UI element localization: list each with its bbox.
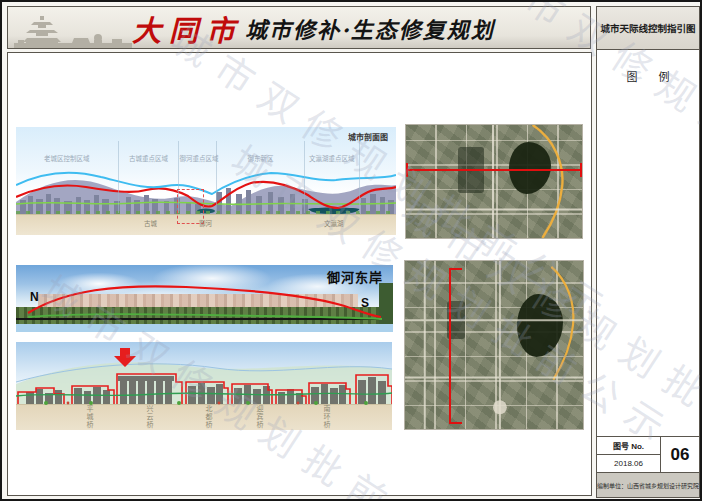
sheet-no-label: 图号 No. xyxy=(597,437,660,455)
satellite-map-top xyxy=(405,124,583,239)
road-overlay xyxy=(405,261,583,429)
section-panel-title: 城市剖面图 xyxy=(348,131,388,142)
skyline-red-curve xyxy=(28,286,381,317)
ring-road xyxy=(551,267,573,380)
bridge-label-yingbin: 迎宾桥 xyxy=(254,405,264,429)
plan-sheet: 大同市 城市修补·生态修复规划 城市剖面图 老城区控制区域 古城重点区域 御河重… xyxy=(0,0,702,501)
north-label: N xyxy=(30,290,39,304)
photo-panel-title: 御河东岸 xyxy=(327,267,383,286)
landmark-wenying-lake: 文瀛湖 xyxy=(324,218,344,228)
city-section-panel: 城市剖面图 老城区控制区域 古城重点区域 御河重点区域 御东新区 文瀛湖重点区域 xyxy=(16,127,396,235)
sheet-title: 大同市 城市修补·生态修复规划 xyxy=(132,7,495,48)
bridge-label-pingcheng: 平城桥 xyxy=(84,405,94,429)
road-overlay xyxy=(406,125,582,238)
sheet-header: 大同市 城市修补·生态修复规划 xyxy=(7,6,591,49)
sheet-number: 06 xyxy=(661,437,699,472)
sheet-date: 2018.06 xyxy=(597,455,660,472)
bridge-label-xingyun: 兴云桥 xyxy=(144,405,154,429)
landmark-yuhe: 御河 xyxy=(199,218,212,228)
credit-line: 编制单位：山西省城乡规划设计研究院 xyxy=(597,472,699,497)
zone-east-edge xyxy=(360,141,396,213)
bridge-label-beidu: 北都桥 xyxy=(203,405,213,429)
legend-area: 图 例 xyxy=(597,50,699,436)
title-block-sidebar: 城市天际线控制指引图 图 例 图号 No. 2018.06 06 编制单位：山西… xyxy=(596,6,700,498)
zone-wenying-lake: 文瀛湖重点区域 xyxy=(305,141,360,213)
satellite-map-bottom xyxy=(404,260,584,430)
zone-old-city-control: 老城区控制区域 xyxy=(16,141,119,213)
sheet-name: 城市天际线控制指引图 xyxy=(597,7,699,50)
ancient-temple-silhouette-icon xyxy=(14,10,132,48)
sheet-number-table: 图号 No. 2018.06 06 xyxy=(597,436,699,472)
landmark-ancient-city: 古城 xyxy=(144,218,157,228)
south-label: S xyxy=(361,296,369,310)
control-zone-row: 老城区控制区域 古城重点区域 御河重点区域 御东新区 文瀛湖重点区域 xyxy=(16,141,396,213)
drawing-area: 城市剖面图 老城区控制区域 古城重点区域 御河重点区域 御东新区 文瀛湖重点区域 xyxy=(7,52,592,496)
zone-yudong-new-district: 御东新区 xyxy=(217,141,304,213)
interchange xyxy=(493,400,507,414)
section-cut-line-horizontal xyxy=(406,169,582,171)
zone-ancient-city: 古城重点区域 xyxy=(119,141,180,213)
section-cut-line-vertical xyxy=(449,268,451,424)
title-city: 大同市 xyxy=(132,7,243,49)
bridge-label-nanhuan: 南环桥 xyxy=(321,405,331,429)
major-roads xyxy=(406,125,582,238)
green-base-curve xyxy=(28,314,382,319)
skyline-control-panel: 平城桥 兴云桥 北都桥 迎宾桥 南环桥 xyxy=(16,342,392,430)
legend-title: 图 例 xyxy=(597,68,699,84)
ring-road xyxy=(533,125,563,238)
riverbank-photo-panel: 御河东岸 N S xyxy=(16,265,393,332)
title-project: 城市修补·生态修复规划 xyxy=(245,12,495,44)
